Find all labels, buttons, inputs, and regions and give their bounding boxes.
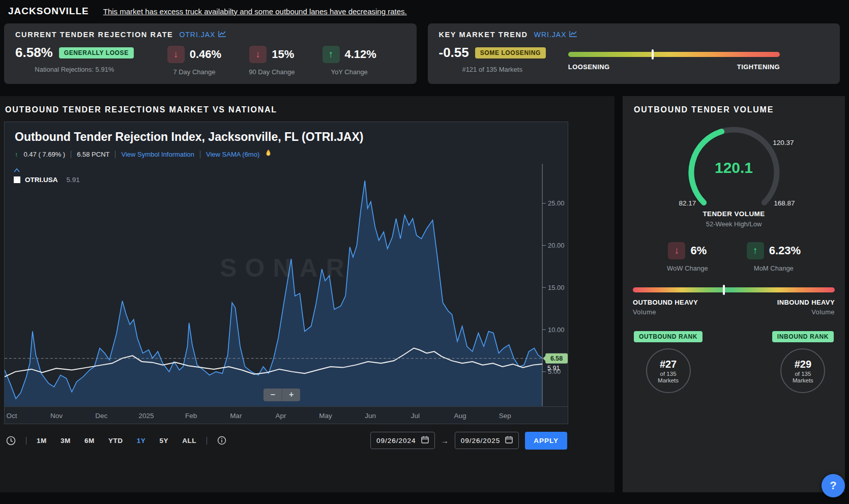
mom-change-stat: ↑ 6.23% MoM Change: [747, 242, 801, 272]
history-clock-icon[interactable]: [6, 436, 16, 446]
y-axis-label: 25.00: [548, 199, 564, 207]
view-symbol-info-link[interactable]: View Symbol Information: [121, 151, 194, 158]
trend-marker: [652, 49, 654, 60]
gauge-current-value: 120.1: [673, 159, 795, 176]
change-value: 6%: [690, 244, 707, 257]
x-axis: OctNovDec2025FebMarAprMayJunJulAugSep: [5, 406, 568, 424]
change-label: WoW Change: [667, 264, 708, 272]
x-axis-label: May: [319, 412, 332, 420]
rejection-index-chart: 5.0010.0015.0020.0025.006.585.91: [5, 164, 568, 406]
divider: [71, 151, 71, 158]
y-axis-label: 15.00: [548, 284, 564, 291]
info-icon[interactable]: [217, 436, 226, 445]
outbound-heavy-sub: Volume: [633, 308, 698, 316]
gauge-min-value: 82.17: [679, 199, 696, 207]
down-arrow-icon: ↓: [668, 242, 685, 259]
x-axis-label: Oct: [6, 412, 17, 420]
chart-section-heading: OUTBOUND TENDER REJECTIONS MARKET VS NAT…: [4, 103, 610, 122]
y-axis-label: 20.00: [548, 242, 564, 249]
divider: [115, 151, 115, 158]
date-from-value: 09/26/2024: [376, 437, 416, 444]
inbound-rank-circle: #29 of 135 Markets: [780, 348, 825, 393]
chart-plot-area[interactable]: 5.0010.0015.0020.0025.006.585.91 OTRI.US…: [5, 164, 568, 406]
range-1y[interactable]: 1Y: [137, 437, 146, 444]
change-label: YoY Change: [331, 68, 368, 76]
calendar-icon[interactable]: [505, 436, 513, 445]
chart-toolbar: 1M 3M 6M YTD 1Y 5Y ALL 09/26/2: [4, 424, 568, 450]
main-content: OUTBOUND TENDER REJECTIONS MARKET VS NAT…: [0, 96, 849, 492]
zoom-out-button[interactable]: −: [264, 389, 282, 401]
change-value: 15%: [272, 48, 294, 61]
view-sama-link[interactable]: View SAMA (6mo): [206, 151, 259, 158]
outbound-heavy-title: OUTBOUND HEAVY: [633, 299, 698, 306]
up-arrow-icon: ↑: [323, 46, 340, 63]
rank-sub: Markets: [658, 377, 679, 383]
range-6m[interactable]: 6M: [84, 437, 95, 444]
chart-price-unit: 6.58 PCNT: [77, 151, 109, 158]
zoom-in-button[interactable]: +: [282, 389, 300, 401]
market-summary-link[interactable]: This market has excess truck availabilty…: [103, 7, 407, 16]
legend-name: OTRI.USA: [25, 176, 58, 184]
inbound-rank-block: INBOUND RANK #29 of 135 Markets: [772, 331, 834, 393]
rank-sub: of 135: [660, 371, 677, 377]
up-arrow-icon: ↑: [747, 242, 764, 259]
rejection-status-badge: GENERALLY LOOSE: [59, 47, 134, 58]
help-button[interactable]: ?: [822, 474, 845, 497]
wri-jax-symbol-link[interactable]: WRI.JAX: [534, 31, 578, 39]
market-trend-card: KEY MARKET TREND WRI.JAX -0.55 SOME LOOS…: [428, 23, 840, 84]
rejection-changes: ↓ 0.46% 7 Day Change ↓ 15% 90 Day Change: [167, 46, 376, 76]
chart-change-value: 0.47 ( 7.69% ): [24, 151, 66, 158]
volume-section-heading: OUTBOUND TENDER VOLUME: [633, 103, 835, 122]
change-label: 7 Day Change: [173, 68, 215, 76]
inbound-heavy-sub: Volume: [777, 308, 835, 316]
change-stat-yoy: ↑ 4.12% YoY Change: [323, 46, 376, 76]
rank-sub: Markets: [793, 377, 813, 383]
trend-status-badge: SOME LOOSENING: [475, 47, 546, 58]
tender-volume-caption: TENDER VOLUME: [633, 210, 835, 218]
high-low-caption: 52-Week High/Low: [633, 220, 835, 228]
page-header: JACKSONVILLE This market has excess truc…: [0, 0, 849, 23]
x-axis-label: Jun: [365, 412, 376, 420]
date-to-input[interactable]: 09/26/2025: [455, 432, 519, 449]
inbound-rank-badge: INBOUND RANK: [772, 331, 834, 342]
otri-jax-area: [5, 181, 542, 406]
change-stat-90day: ↓ 15% 90 Day Change: [249, 46, 295, 76]
trend-rank-label: #121 of 135 Markets: [462, 66, 522, 73]
trend-value-block: -0.55 SOME LOOSENING #121 of 135 Markets: [439, 45, 546, 73]
change-label: 90 Day Change: [249, 68, 295, 76]
current-value-badge-text: 6.58: [550, 355, 563, 362]
x-axis-label: Mar: [230, 412, 242, 420]
outbound-rank-circle: #27 of 135 Markets: [646, 348, 691, 393]
calendar-icon[interactable]: [421, 436, 429, 445]
x-axis-label: 2025: [138, 412, 154, 420]
sonar-market-dashboard: JACKSONVILLE This market has excess truc…: [0, 0, 849, 504]
range-5y[interactable]: 5Y: [159, 437, 168, 444]
x-axis-label: Aug: [454, 412, 466, 420]
up-arrow-icon: ↑: [15, 151, 18, 158]
gauge-max-value: 168.87: [774, 199, 795, 207]
date-from-input[interactable]: 09/26/2024: [370, 432, 435, 449]
inbound-heavy-label: INBOUND HEAVY Volume: [777, 299, 835, 316]
rejections-chart-panel: OUTBOUND TENDER REJECTIONS MARKET VS NAT…: [0, 96, 614, 492]
range-3m[interactable]: 3M: [61, 437, 71, 444]
date-to-value: 09/26/2025: [461, 437, 501, 444]
otri-jax-symbol-link[interactable]: OTRI.JAX: [179, 31, 226, 39]
legend-item-otri-usa[interactable]: OTRI.USA 5.91: [14, 176, 80, 184]
x-axis-label: Apr: [275, 412, 286, 420]
inbound-heavy-title: INBOUND HEAVY: [777, 299, 835, 306]
inbound-rank-value: #29: [795, 359, 811, 370]
legend-swatch: [14, 176, 20, 183]
divider: [200, 151, 200, 158]
legend-value: 5.91: [67, 176, 80, 184]
gauge-tick-label: 120.37: [773, 139, 794, 146]
range-all[interactable]: ALL: [182, 437, 196, 444]
range-ytd[interactable]: YTD: [108, 437, 123, 444]
zoom-controls: − +: [264, 389, 300, 401]
chevron-up-icon[interactable]: [14, 165, 20, 169]
wow-change-stat: ↓ 6% WoW Change: [667, 242, 708, 272]
outbound-rank-block: OUTBOUND RANK #27 of 135 Markets: [634, 331, 702, 393]
apply-button[interactable]: APPLY: [525, 432, 567, 450]
range-1m[interactable]: 1M: [37, 437, 47, 444]
top-cards-row: CURRENT TENDER REJECTION RATE OTRI.JAX 6…: [0, 23, 849, 84]
change-value: 4.12%: [345, 48, 376, 61]
